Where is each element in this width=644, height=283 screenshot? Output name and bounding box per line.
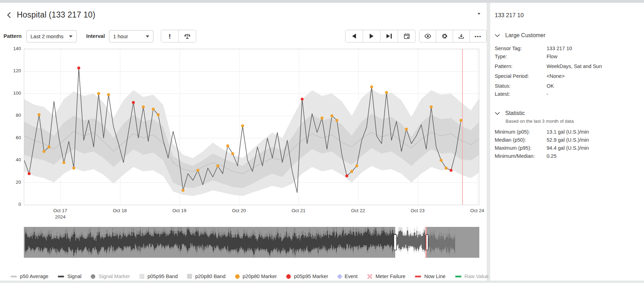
x-tick-label: Oct 21 (283, 208, 314, 213)
raw-value-swatch-icon (455, 276, 461, 277)
settings-button[interactable] (436, 30, 453, 42)
y-tick-label: 60 (3, 135, 21, 140)
field-row: Type:Flow (495, 54, 638, 59)
field-label: Latest: (495, 91, 547, 97)
meter-failure-swatch-icon (367, 274, 372, 279)
page-title: Hospital (133 217 10) (17, 10, 95, 20)
legend-label: Signal Marker (98, 274, 130, 279)
visibility-button[interactable] (419, 30, 436, 42)
p20p80-band-swatch-icon (187, 274, 192, 279)
field-value: 133 217 10 (547, 46, 572, 51)
chevron-left-icon (6, 12, 11, 20)
statistic-fields: Minimum (p05):13.1 gal (U.S.)/minMedian … (495, 129, 638, 161)
chart-legend: p50 AverageSignalSignal Markerp05p95 Ban… (11, 274, 480, 279)
x-tick-label: Oct 23 (402, 208, 433, 213)
section-label: Large Customer (505, 32, 546, 39)
field-label: Pattern: (495, 63, 547, 69)
p50-average-swatch-icon (11, 276, 17, 277)
y-tick-label: 0 (3, 202, 21, 207)
field-value: 0.25 (547, 153, 556, 159)
legend-item-p05p95-band[interactable]: p05p95 Band (139, 274, 178, 279)
legend-item-now-line[interactable]: Now Line (415, 274, 445, 279)
skip-to-end-button[interactable] (380, 30, 398, 42)
chevron-down-icon (495, 112, 500, 115)
field-value: WeekDays, Sat and Sun (547, 63, 602, 69)
legend-item-signal[interactable]: Signal (58, 274, 81, 279)
pattern-label: Pattern (4, 33, 22, 39)
minimap-svg (24, 227, 479, 258)
legend-item-signal-marker[interactable]: Signal Marker (91, 274, 130, 279)
legend-item-meter-failure[interactable]: Meter Failure (367, 274, 405, 279)
interval-label: Interval (86, 33, 105, 39)
y-tick-label: 120 (3, 68, 21, 73)
interval-select[interactable]: 1 hour (109, 30, 153, 42)
field-value: Flow (547, 54, 557, 59)
legend-item-p20p80-marker[interactable]: p20p80 Marker (235, 274, 277, 279)
legend-label: p20p80 Band (195, 274, 225, 279)
flow-chart[interactable] (24, 49, 479, 205)
legend-label: Raw Value (465, 274, 489, 279)
action-button-group: ••• (419, 30, 487, 42)
legend-label: p20p80 Marker (243, 274, 277, 279)
skip-to-end-icon (386, 34, 392, 39)
x-axis-year-label: 2024 (44, 214, 76, 220)
x-tick-label: Oct 17 (44, 208, 76, 213)
field-row: Maximum (p95):94.4 gal (U.S.)/min (495, 145, 638, 151)
ellipsis-icon: ••• (475, 34, 482, 39)
calendar-button[interactable] (398, 30, 415, 42)
signal-marker-swatch-icon (91, 274, 95, 279)
triangle-left-icon (352, 34, 356, 39)
flag-button-group: ! (161, 30, 196, 42)
details-sidebar: 133 217 10 Large Customer Sensor Tag:133… (490, 3, 644, 281)
step-back-button[interactable] (345, 30, 363, 42)
field-label: Minimum/Median: (495, 153, 547, 159)
field-row: Sensor Tag:133 217 10 (495, 46, 638, 51)
pattern-select-value: Last 2 months (30, 33, 63, 39)
section-large-customer[interactable]: Large Customer (495, 32, 546, 39)
scales-icon (184, 33, 190, 39)
window-top-strip (0, 0, 644, 3)
event-swatch-icon (337, 274, 342, 279)
download-button[interactable] (453, 30, 470, 42)
legend-item-p20p80-band[interactable]: p20p80 Band (187, 274, 225, 279)
field-row: Special Period:<None> (495, 73, 638, 79)
field-label: Special Period: (495, 73, 547, 79)
alert-button[interactable]: ! (161, 30, 178, 42)
signal-swatch-icon (58, 276, 64, 277)
caret-down-icon (478, 13, 480, 15)
legend-item-p50-average[interactable]: p50 Average (11, 274, 48, 279)
range-handle-left[interactable] (394, 235, 397, 250)
x-tick-label: Oct 24 (461, 208, 493, 213)
chevron-down-icon (495, 34, 500, 37)
caret-down-icon (69, 35, 73, 38)
p05p95-marker-swatch-icon (286, 274, 291, 279)
field-label: Status: (495, 83, 547, 89)
legend-label: Now Line (424, 274, 445, 279)
balance-button[interactable] (178, 30, 196, 42)
field-label: Sensor Tag: (495, 46, 547, 51)
y-tick-label: 140 (3, 46, 21, 51)
section-statistic[interactable]: Statistic (495, 110, 525, 116)
field-value: 94.4 gal (U.S.)/min (547, 145, 589, 151)
section-label: Statistic (505, 110, 525, 116)
field-row: Minimum (p05):13.1 gal (U.S.)/min (495, 129, 638, 135)
step-forward-button[interactable] (363, 30, 380, 42)
legend-item-event[interactable]: Event (338, 274, 358, 279)
field-label: Maximum (p95): (495, 145, 547, 151)
exclamation-icon: ! (169, 33, 171, 40)
pattern-select[interactable]: Last 2 months (26, 30, 77, 42)
caret-down-icon (146, 35, 149, 38)
minimap[interactable] (24, 227, 479, 258)
legend-item-raw-value[interactable]: Raw Value (455, 274, 489, 279)
x-tick-label: Oct 19 (164, 208, 195, 213)
back-button[interactable] (4, 11, 13, 20)
field-value: <None> (547, 73, 565, 79)
y-tick-label: 20 (3, 180, 21, 185)
panel-menu-caret[interactable] (476, 11, 482, 16)
more-options-button[interactable]: ••• (470, 30, 486, 42)
legend-item-p05p95-marker[interactable]: p05p95 Marker (286, 274, 328, 279)
eye-icon (424, 34, 431, 39)
field-row: Minimum/Median:0.25 (495, 153, 638, 159)
field-value: - (547, 91, 548, 97)
y-tick-label: 40 (3, 157, 21, 162)
